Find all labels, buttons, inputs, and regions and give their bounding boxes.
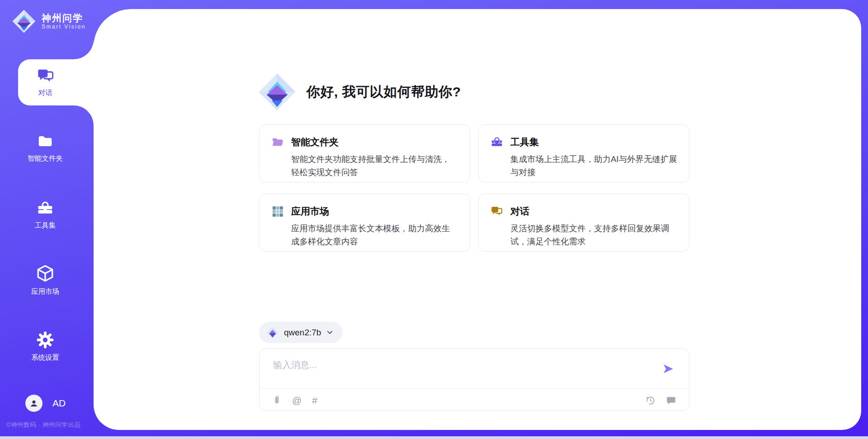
sidebar-item-smart-folder[interactable]: 智能文件夹 [9,133,81,163]
at-icon: @ [292,396,302,405]
card-app-market[interactable]: 应用市场 应用市场提供丰富长文本模板，助力高效生成多样化文章内容 [259,194,470,252]
message-input[interactable] [273,359,648,385]
sidebar-item-label: 对话 [38,88,52,98]
brand-logo: 神州问学 Smart Vision [12,9,86,33]
card-title: 工具集 [510,136,539,148]
gear-icon [36,331,54,349]
toolbox-icon [36,200,55,217]
chat-icon [37,67,55,85]
mention-button[interactable]: @ [292,396,302,405]
cards-grid: 智能文件夹 智能文件夹功能支持批量文件上传与清洗，轻松实现文件问答 工具集 集成… [259,124,689,252]
sidebar-item-label: 系统设置 [31,353,59,363]
sidebar-item-label: 智能文件夹 [28,154,63,163]
chat-panel-button[interactable] [666,395,676,406]
send-icon [662,363,675,375]
sidebar-item-toolset[interactable]: 工具集 [9,200,81,230]
sidebar-item-chat[interactable]: 对话 [18,59,94,105]
card-title: 智能文件夹 [291,136,339,148]
copyright-text: ©神州数码 · 神州问学出品 [6,421,106,429]
hero: 你好, 我可以如何帮助你? [258,72,461,111]
history-icon [645,395,656,406]
card-title: 对话 [510,205,529,218]
sidebar-item-app-market[interactable]: 应用市场 [9,264,81,296]
folder-icon [36,133,54,150]
sidebar-item-settings[interactable]: 系统设置 [9,331,81,363]
card-smart-folder[interactable]: 智能文件夹 智能文件夹功能支持批量文件上传与清洗，轻松实现文件问答 [259,124,470,182]
hero-diamond-icon [258,72,297,111]
tab-fillet-bottom [74,105,94,125]
paperclip-icon [272,395,282,406]
brand-diamond-icon [12,9,36,33]
sidebar-item-label: 应用市场 [31,287,59,296]
person-icon [28,398,39,409]
user-account[interactable]: AD [25,395,66,412]
greeting-title: 你好, 我可以如何帮助你? [307,83,461,101]
brand-subtitle: Smart Vision [42,24,86,30]
tab-fillet-top [74,39,94,59]
chevron-down-icon [326,329,334,336]
model-name: qwen2:7b [284,328,321,338]
history-button[interactable] [645,395,656,406]
model-diamond-icon [266,326,279,339]
composer: @ # [259,348,689,411]
card-description: 集成市场上主流工具，助力AI与外界无缝扩展与对接 [510,153,677,179]
topic-button[interactable]: # [312,396,317,405]
send-button[interactable] [662,363,675,375]
card-title: 应用市场 [291,205,329,218]
user-name: AD [52,398,66,409]
toolbox-icon [491,136,503,148]
window-bottom-edge [0,436,868,439]
card-description: 灵活切换多模型文件，支持多样回复效果调试，满足个性化需求 [510,222,677,248]
avatar [25,395,42,412]
folder-open-icon [271,136,284,148]
sidebar-item-label: 工具集 [35,221,56,230]
chat-bubble-icon [666,395,676,406]
grid-icon [271,205,284,218]
brand-name: 神州问学 [42,13,86,24]
card-toolset[interactable]: 工具集 集成市场上主流工具，助力AI与外界无缝扩展与对接 [478,124,689,182]
card-description: 应用市场提供丰富长文本模板，助力高效生成多样化文章内容 [291,222,458,248]
card-description: 智能文件夹功能支持批量文件上传与清洗，轻松实现文件问答 [291,153,458,179]
hash-icon: # [312,396,317,405]
cube-icon [36,264,55,283]
chat-icon [491,205,503,218]
model-selector[interactable]: qwen2:7b [259,322,343,343]
attach-file-button[interactable] [272,395,282,406]
card-chat[interactable]: 对话 灵活切换多模型文件，支持多样回复效果调试，满足个性化需求 [478,194,689,252]
